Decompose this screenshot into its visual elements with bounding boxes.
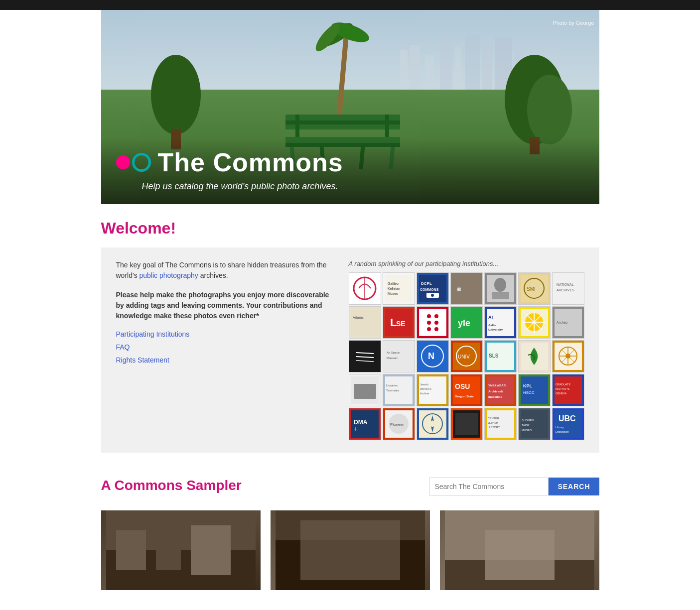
- institution-cell-31[interactable]: [450, 408, 483, 440]
- institution-cell-29[interactable]: Pioneer: [383, 408, 415, 440]
- svg-text:OSU: OSU: [455, 382, 470, 390]
- institution-cell-19[interactable]: [518, 340, 551, 372]
- svg-text:INSTITUTE: INSTITUTE: [556, 387, 570, 390]
- institution-cell-16[interactable]: N: [417, 340, 449, 372]
- svg-point-25: [527, 75, 572, 144]
- institution-cell-4[interactable]: [484, 272, 517, 305]
- institutions-label: A random sprinkling of our participating…: [349, 260, 584, 267]
- photo-thumb-2[interactable]: [271, 510, 430, 590]
- institution-cell-23[interactable]: JewishWomen'sArchive: [417, 374, 449, 406]
- left-column: The key goal of The Commons is to share …: [116, 260, 334, 440]
- svg-rect-7: [465, 35, 480, 90]
- svg-text:GRADUATE: GRADUATE: [556, 383, 570, 386]
- svg-point-59: [427, 314, 431, 318]
- institution-cell-14[interactable]: [349, 340, 381, 372]
- institution-cell-5[interactable]: SMI: [518, 272, 551, 305]
- svg-text:Tasmania: Tasmania: [386, 389, 399, 392]
- hero-banner: Photo by George The Commons Help us cata…: [101, 10, 599, 204]
- search-input[interactable]: [429, 478, 549, 495]
- institution-cell-21[interactable]: [349, 374, 381, 406]
- svg-rect-103: [354, 384, 376, 399]
- public-photography-link[interactable]: public photography: [140, 271, 198, 279]
- svg-text:UNIV: UNIV: [458, 354, 470, 360]
- svg-text:museums: museums: [488, 395, 503, 398]
- institution-cell-6[interactable]: NATIONALARCHIVES: [552, 272, 584, 305]
- institution-cell-0[interactable]: [349, 272, 381, 305]
- svg-text:Archives&: Archives&: [488, 390, 503, 393]
- institution-cell-25[interactable]: YNE&WEARArchives&museums: [484, 374, 517, 406]
- svg-rect-19: [285, 124, 400, 129]
- svg-point-22: [151, 55, 201, 134]
- content-box: The key goal of The Commons is to share …: [101, 247, 599, 453]
- hero-title: The Commons: [158, 147, 343, 177]
- svg-rect-21: [385, 115, 389, 137]
- svg-text:🏛: 🏛: [457, 287, 461, 292]
- svg-text:Digitization: Digitization: [556, 430, 569, 433]
- svg-point-62: [434, 321, 438, 325]
- institution-cell-20[interactable]: [552, 340, 584, 372]
- svg-text:HSCC: HSCC: [523, 390, 535, 395]
- institution-cell-3[interactable]: 🏛: [450, 272, 483, 305]
- svg-text:KPL: KPL: [523, 383, 533, 388]
- institution-cell-17[interactable]: UNIV: [450, 340, 483, 372]
- svg-text:YNE&WEAR: YNE&WEAR: [488, 384, 506, 387]
- institution-cell-10[interactable]: yle: [450, 306, 483, 339]
- photo-thumb-3[interactable]: [440, 510, 599, 590]
- institution-cell-8[interactable]: LSE: [383, 306, 415, 339]
- svg-text:Kelleian: Kelleian: [388, 287, 400, 290]
- svg-text:Library: Library: [556, 426, 564, 429]
- institution-cell-11[interactable]: A!AaltoUniversity: [484, 306, 517, 339]
- faq-link[interactable]: FAQ: [116, 343, 334, 351]
- institution-cell-12[interactable]: [518, 306, 551, 339]
- rights-statement-link[interactable]: Rights Statement: [116, 356, 334, 364]
- institution-cell-9[interactable]: [417, 306, 449, 339]
- participating-institutions-link[interactable]: Participating Institutions: [116, 330, 334, 338]
- svg-text:SMI: SMI: [527, 286, 536, 292]
- institution-cell-32[interactable]: CENTERJEWISHHISTORY: [484, 408, 517, 440]
- svg-rect-6: [455, 47, 461, 90]
- svg-point-64: [434, 327, 438, 331]
- institution-cell-30[interactable]: [417, 408, 449, 440]
- svg-text:JEWISH: JEWISH: [488, 421, 498, 424]
- svg-text:SUOMEN: SUOMEN: [522, 419, 534, 422]
- svg-text:Aalto: Aalto: [488, 324, 496, 327]
- search-button[interactable]: SEARCH: [549, 478, 599, 495]
- svg-rect-5: [440, 40, 452, 90]
- svg-text:COMMONS: COMMONS: [420, 288, 439, 291]
- svg-text:University: University: [488, 328, 503, 331]
- institution-cell-34[interactable]: UBCLibraryDigitization: [552, 408, 584, 440]
- photo-credit: Photo by George: [553, 20, 594, 26]
- institution-cell-1[interactable]: GalileoKelleianMuseo: [383, 272, 415, 305]
- svg-text:CENTER: CENTER: [488, 417, 499, 420]
- svg-text:Adams: Adams: [353, 316, 364, 319]
- institution-cell-18[interactable]: SLS: [484, 340, 517, 372]
- institution-cell-15[interactable]: Air SpaceMuseum: [383, 340, 415, 372]
- sampler-heading: A Commons Sampler: [101, 478, 242, 493]
- svg-text:NATIONAL: NATIONAL: [557, 283, 574, 286]
- institution-cell-7[interactable]: Adams: [349, 306, 381, 339]
- photos-row: [101, 505, 599, 595]
- svg-text:Oregon State: Oregon State: [455, 395, 474, 398]
- main-content: Welcome! The key goal of The Commons is …: [101, 204, 599, 610]
- institution-cell-13[interactable]: Archeo: [552, 306, 584, 339]
- institution-cell-2[interactable]: DCPLCOMMONS: [417, 272, 449, 305]
- svg-text:GENEVA: GENEVA: [556, 392, 567, 395]
- svg-rect-46: [492, 292, 509, 299]
- svg-rect-3: [410, 45, 420, 90]
- institution-cell-24[interactable]: OSUOregon State: [450, 374, 483, 406]
- institution-cell-22[interactable]: LibrariesTasmania: [383, 374, 415, 406]
- institution-cell-33[interactable]: SUOMENTAIDEMUSEO: [518, 408, 551, 440]
- svg-rect-17: [285, 115, 400, 121]
- svg-rect-2: [400, 50, 408, 90]
- svg-text:Galileo: Galileo: [388, 282, 399, 285]
- institution-cell-26[interactable]: KPLHSCC: [518, 374, 551, 406]
- institution-cell-28[interactable]: DMA+: [349, 408, 381, 440]
- svg-rect-149: [116, 530, 146, 570]
- svg-text:A!: A!: [488, 315, 493, 320]
- svg-rect-150: [156, 535, 181, 570]
- photo-thumb-1[interactable]: [101, 510, 261, 590]
- hero-overlay: The Commons Help us catalog the world’s …: [101, 137, 599, 204]
- hero-logo: The Commons: [116, 147, 584, 177]
- institution-cell-27[interactable]: GRADUATEINSTITUTEGENEVA: [552, 374, 584, 406]
- search-area: SEARCH: [429, 478, 599, 495]
